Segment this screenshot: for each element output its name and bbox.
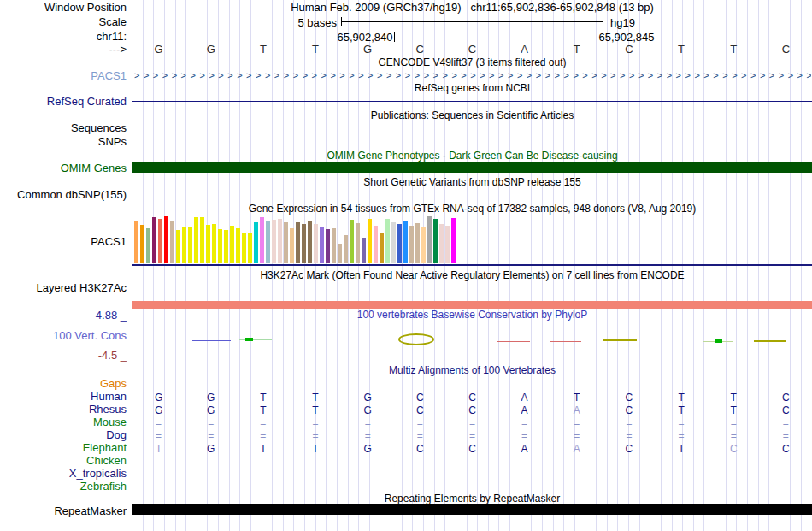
phylop-conservation-mark[interactable] (603, 339, 637, 341)
gtex-expression-bar[interactable] (415, 223, 420, 263)
alignment-letter[interactable]: = (313, 417, 319, 429)
gtex-expression-bar[interactable] (302, 224, 306, 263)
alignment-letter[interactable]: A (521, 404, 528, 416)
alignment-letter[interactable]: C (782, 443, 790, 455)
alignment-letter[interactable]: = (260, 430, 266, 442)
sequences-label[interactable]: Sequences (0, 122, 127, 134)
phylop-track-label[interactable]: 100 Vert. Cons (0, 330, 127, 342)
gtex-expression-bar[interactable] (421, 227, 426, 263)
alignment-letter[interactable]: C (416, 404, 424, 416)
alignment-letter[interactable]: = (365, 430, 371, 442)
alignment-letter[interactable]: C (782, 404, 790, 416)
gtex-expression-bar[interactable] (439, 224, 444, 263)
gtex-expression-bar[interactable] (385, 219, 390, 263)
alignment-letter[interactable]: A (521, 392, 528, 404)
alignment-letter[interactable]: T (678, 443, 684, 455)
gtex-expression-bar[interactable] (272, 220, 276, 263)
gtex-expression-bar[interactable] (433, 219, 438, 263)
alignment-letter[interactable]: T (731, 392, 737, 404)
gtex-expression-bar[interactable] (344, 235, 348, 263)
alignment-letter[interactable]: G (207, 443, 215, 455)
alignment-letter[interactable]: = (417, 430, 423, 442)
gtex-expression-bar[interactable] (242, 233, 246, 263)
alignment-letter[interactable]: = (313, 430, 319, 442)
species-label-x_tropicalis[interactable]: X_tropicalis (0, 468, 127, 480)
gtex-expression-bar[interactable] (362, 238, 366, 263)
gtex-expression-bar[interactable] (427, 216, 432, 263)
species-label-chicken[interactable]: Chicken (0, 455, 127, 467)
phylop-conservation-mark[interactable] (239, 339, 272, 340)
alignment-letter[interactable]: T (260, 443, 266, 455)
gtex-expression-bar[interactable] (374, 226, 378, 263)
gtex-expression-bar[interactable] (158, 219, 162, 263)
snps-label[interactable]: SNPs (0, 136, 127, 148)
alignment-letter[interactable]: C (782, 392, 790, 404)
phylop-conservation-mark[interactable] (398, 333, 434, 345)
species-label-elephant[interactable]: Elephant (0, 442, 127, 454)
phylop-conservation-mark[interactable] (754, 340, 786, 342)
gtex-expression-bar[interactable] (290, 228, 294, 263)
gtex-expression-bar[interactable] (218, 229, 222, 263)
gtex-expression-bar[interactable] (152, 217, 156, 263)
alignment-letter[interactable]: C (626, 404, 633, 416)
alignment-letter[interactable]: = (208, 430, 214, 442)
alignment-letter[interactable]: = (469, 430, 475, 442)
gtex-expression-bar[interactable] (451, 218, 456, 263)
alignment-letter[interactable]: A (574, 404, 580, 416)
alignment-letter[interactable]: T (731, 404, 737, 416)
alignment-letter[interactable]: = (365, 417, 371, 429)
alignment-letter[interactable]: = (679, 430, 685, 442)
gtex-expression-bar[interactable] (397, 224, 402, 263)
alignment-letter[interactable]: T (574, 392, 580, 404)
alignment-letter[interactable]: = (521, 430, 527, 442)
gtex-expression-bar[interactable] (326, 229, 330, 263)
alignment-letter[interactable]: G (364, 404, 372, 416)
gtex-expression-bar[interactable] (284, 222, 288, 263)
alignment-letter[interactable]: = (731, 430, 737, 442)
gtex-expression-bar[interactable] (206, 225, 210, 263)
alignment-letter[interactable]: = (626, 430, 632, 442)
alignment-letter[interactable]: T (260, 392, 266, 404)
gtex-expression-bar[interactable] (445, 226, 450, 263)
gtex-expression-bar[interactable] (380, 233, 384, 263)
repeatmasker-element-bar[interactable] (132, 504, 812, 515)
alignment-letter[interactable]: C (468, 392, 476, 404)
alignment-letter[interactable]: T (260, 404, 266, 416)
gtex-expression-bar[interactable] (314, 224, 318, 263)
gtex-expression-bar[interactable] (368, 219, 372, 263)
gtex-expression-bar[interactable] (176, 230, 180, 263)
gtex-gene-label[interactable]: PACS1 (0, 236, 127, 248)
alignment-letter[interactable]: = (783, 430, 789, 442)
alignment-letter[interactable]: T (678, 404, 684, 416)
alignment-letter[interactable]: = (574, 430, 580, 442)
alignment-letter[interactable]: = (521, 417, 527, 429)
gtex-expression-bar[interactable] (356, 223, 360, 263)
omim-genes-label[interactable]: OMIM Genes (0, 162, 127, 174)
gtex-expression-bar[interactable] (266, 221, 270, 263)
alignment-letter[interactable]: C (730, 443, 738, 455)
gtex-expression-bar[interactable] (338, 244, 342, 263)
gtex-expression-bar[interactable] (350, 220, 354, 263)
alignment-letter[interactable]: C (416, 443, 424, 455)
alignment-letter[interactable]: = (417, 417, 423, 429)
alignment-letter[interactable]: G (155, 404, 162, 416)
repeatmasker-label[interactable]: RepeatMasker (0, 505, 127, 517)
gtex-expression-bar[interactable] (260, 217, 264, 263)
refseq-gene-line[interactable] (132, 101, 812, 102)
gtex-expression-bar[interactable] (182, 227, 186, 263)
species-label-human[interactable]: Human (0, 391, 127, 403)
alignment-letter[interactable]: = (679, 417, 685, 429)
phylop-conservation-mark[interactable] (192, 340, 231, 341)
species-label-dog[interactable]: Dog (0, 429, 127, 441)
phylop-conservation-mark[interactable] (715, 339, 722, 343)
h3k27ac-signal-bar[interactable] (132, 301, 812, 309)
alignment-letter[interactable]: = (208, 417, 214, 429)
phylop-conservation-mark[interactable] (245, 338, 253, 341)
gtex-expression-bar[interactable] (134, 221, 138, 263)
alignment-letter[interactable]: = (626, 417, 632, 429)
species-label-rhesus[interactable]: Rhesus (0, 404, 127, 416)
alignment-letter[interactable]: = (731, 417, 737, 429)
gtex-expression-bar[interactable] (308, 221, 312, 263)
gtex-expression-bar[interactable] (248, 233, 252, 263)
species-label-mouse[interactable]: Mouse (0, 416, 127, 428)
